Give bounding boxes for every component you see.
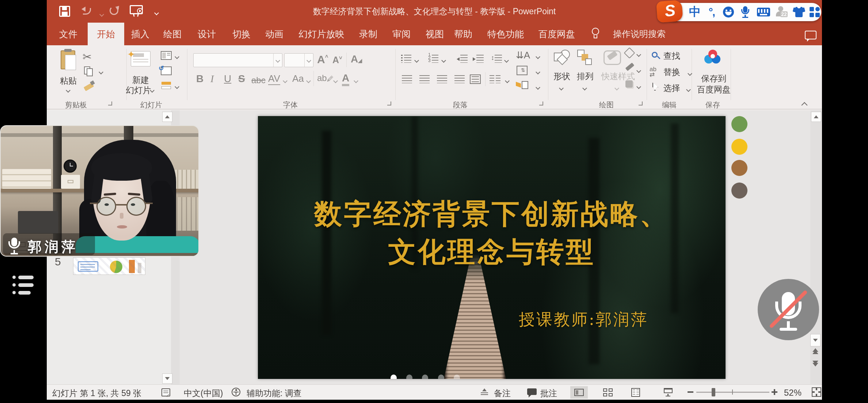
bullets-dropdown-icon[interactable] [415,57,418,64]
font-size-combobox[interactable] [284,53,313,67]
align-text-icon[interactable]: ⇅ [517,66,528,75]
align-right-icon[interactable] [437,75,447,83]
tab-view[interactable]: 视图 [425,23,445,45]
grow-font-button[interactable]: A˄ [317,53,328,66]
sogou-punctuation-icon[interactable]: °, [704,3,719,21]
slide-canvas[interactable]: 数字经济背景下创新战略、 文化理念与转型 授课教师:郭润萍 [258,116,726,379]
numbering-dropdown-icon[interactable] [442,57,445,64]
zoom-in-button[interactable] [772,389,777,395]
justify-icon[interactable] [454,75,465,83]
bold-button[interactable]: B [196,73,203,85]
slide-layout-icon[interactable] [161,51,172,60]
select-button[interactable]: 选择 [663,82,680,94]
smartart-icon[interactable] [516,81,528,91]
clipboard-dialog-launcher-icon[interactable] [108,101,112,105]
mic-icon[interactable] [738,3,753,21]
normal-view-button[interactable] [570,386,588,399]
tell-me-search[interactable]: 操作说明搜索 [605,23,674,45]
font-name-combobox[interactable] [193,53,282,67]
paste-button[interactable]: 粘贴 [56,49,81,94]
tab-record[interactable]: 录制 [358,23,378,45]
accessibility-status[interactable]: 辅助功能: 调查 [247,388,302,399]
tshirt-skin-icon[interactable] [791,3,807,21]
new-slide-button[interactable]: ✦ 新建 幻灯片 [126,49,155,94]
collapse-ribbon-icon[interactable] [802,102,807,109]
character-spacing-button[interactable]: AV [268,73,280,85]
zoom-out-button[interactable] [688,391,693,393]
highlight-dropdown-icon[interactable] [334,77,337,84]
clear-formatting-button[interactable]: A◢ [351,53,362,65]
drawing-dialog-launcher-icon[interactable] [639,101,643,105]
line-spacing-icon[interactable]: ↕ [490,54,502,64]
color-swatch-gray[interactable] [731,183,747,199]
notes-toggle[interactable]: 备注 [494,388,511,399]
select-dropdown-icon[interactable] [687,86,690,93]
section-dropdown-icon[interactable] [175,83,179,90]
sogou-chinese-mode[interactable]: 中 [687,3,703,21]
layout-dropdown-icon[interactable] [175,53,179,60]
text-direction-dropdown-icon[interactable] [536,53,540,60]
shape-effects-dropdown-icon[interactable] [637,83,640,90]
highlight-button[interactable]: ab🖉 [317,73,334,83]
shape-outline-icon[interactable] [625,62,635,71]
cut-icon[interactable]: ✂ [83,50,92,63]
distribute-icon[interactable] [470,74,481,84]
person-skin-icon[interactable]: 22 [774,3,790,21]
color-swatch-yellow[interactable] [731,139,747,155]
slide-title-line1[interactable]: 数字经济背景下创新战略、 [258,196,726,233]
font-color-dropdown-icon[interactable] [354,77,358,84]
shape-fill-icon[interactable] [624,47,635,58]
align-left-icon[interactable] [402,75,412,83]
tab-transitions[interactable]: 切换 [231,23,252,45]
tab-special-features[interactable]: 特色功能 [485,23,526,45]
previous-slide-button[interactable] [812,348,818,354]
tab-baidu-netdisk[interactable]: 百度网盘 [537,23,576,45]
copy-dropdown-icon[interactable] [99,69,103,75]
keyboard-icon[interactable] [755,3,772,21]
text-direction-icon[interactable]: ⇊A [516,50,530,61]
numbering-icon[interactable]: 123 [428,55,438,63]
slide-title-line2[interactable]: 文化理念与转型 [258,234,726,271]
bullets-icon[interactable] [401,55,411,63]
arrange-dropdown-icon[interactable] [583,85,586,91]
slide-scroll-down-icon[interactable] [810,334,821,346]
increase-indent-icon[interactable] [473,55,484,63]
decrease-indent-icon[interactable] [457,55,468,63]
font-dialog-launcher-icon[interactable] [387,101,391,105]
sogou-toolbox-grid-icon[interactable] [807,3,822,21]
line-spacing-dropdown-icon[interactable] [505,57,508,64]
format-painter-icon[interactable] [83,80,96,91]
strikethrough-button[interactable]: abc [251,75,266,85]
tab-home[interactable]: 开始 [88,23,124,45]
slideshow-view-button[interactable] [660,386,677,399]
italic-button[interactable]: I [210,73,214,85]
shrink-font-button[interactable]: A˅ [332,55,342,65]
accessibility-icon[interactable] [232,388,240,396]
spacing-dropdown-icon[interactable] [283,77,287,84]
language-indicator[interactable]: 中文(中国) [184,388,223,399]
webcam-video[interactable]: 郭润萍 [0,125,199,257]
slide-scroll-up-icon[interactable] [811,112,821,122]
reset-slide-icon[interactable]: ↺ [161,66,172,75]
section-icon[interactable] [161,82,172,90]
next-slide-button[interactable] [812,361,818,366]
font-color-button[interactable]: A [342,72,349,86]
tab-design[interactable]: 设计 [197,23,217,45]
thumbnail-scroll-up-icon[interactable] [162,112,172,122]
list-icon[interactable] [12,275,35,295]
quick-styles-dropdown-icon[interactable] [615,85,618,91]
change-case-button[interactable]: Aa [292,73,304,84]
zoom-percentage[interactable]: 52% [784,388,802,398]
slide-thumbnail-5[interactable] [73,257,145,275]
paragraph-dialog-launcher-icon[interactable] [539,101,543,105]
case-dropdown-icon[interactable] [307,77,310,84]
shape-outline-dropdown-icon[interactable] [637,67,640,74]
mute-microphone-button[interactable] [758,279,819,340]
tab-help[interactable]: 帮助 [453,23,473,45]
color-swatch-brown[interactable] [731,160,747,176]
replace-dropdown-icon[interactable] [688,70,692,77]
zoom-slider-track[interactable] [696,392,769,393]
align-text-dropdown-icon[interactable] [536,69,540,75]
save-to-baidu-button[interactable]: 保存到 百度网盘 [698,49,731,96]
reading-view-button[interactable] [627,386,644,399]
